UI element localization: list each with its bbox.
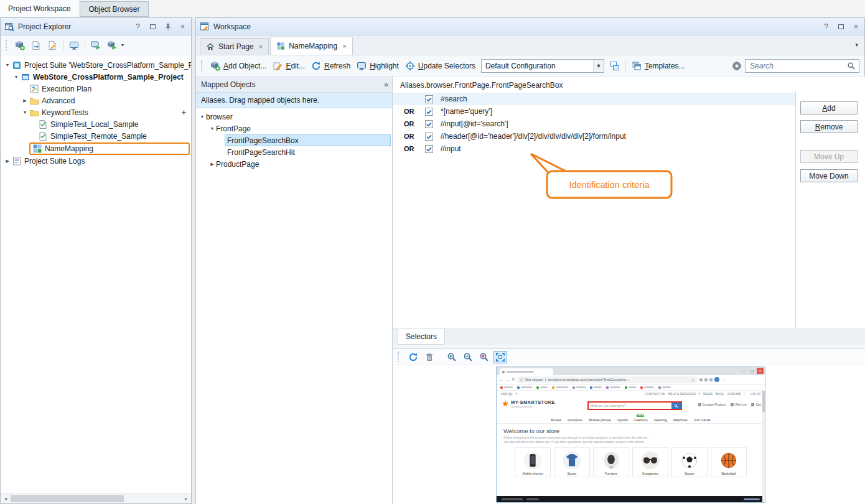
zoom-out-button[interactable] bbox=[461, 351, 475, 363]
maximize-icon[interactable] bbox=[148, 22, 157, 31]
alias-item-productpage[interactable]: ▶ ProductPage bbox=[196, 158, 392, 170]
category-card: Basketball bbox=[711, 447, 747, 477]
collapse-arrow-icon[interactable]: ▶ bbox=[21, 98, 29, 103]
update-selectors-button[interactable]: Update Selectors bbox=[402, 59, 479, 73]
close-tab-icon[interactable]: × bbox=[259, 43, 263, 50]
move-down-button[interactable]: Move Down bbox=[800, 169, 858, 182]
move-up-button[interactable]: Move Up bbox=[800, 150, 858, 163]
close-icon[interactable]: × bbox=[178, 22, 187, 31]
scroll-right-icon[interactable]: ▸ bbox=[181, 494, 191, 503]
close-icon[interactable]: × bbox=[851, 22, 861, 31]
aliases-drop-bar[interactable]: Aliases. Drag mapped objects here. bbox=[196, 93, 392, 108]
zoom-in-button[interactable] bbox=[445, 351, 459, 363]
selector-value[interactable]: #search bbox=[441, 95, 467, 103]
help-icon[interactable]: ? bbox=[133, 22, 143, 31]
expand-arrow-icon[interactable]: ▼ bbox=[3, 63, 12, 67]
add-keyword-test-icon[interactable]: + bbox=[181, 108, 186, 117]
nav-fashion: SALEFashion bbox=[634, 418, 647, 422]
store-logo-icon bbox=[502, 400, 509, 408]
tree-item-project[interactable]: ▼ WebStore_CrossPlatform_Sample_Project bbox=[1, 71, 191, 83]
fit-to-window-button[interactable] bbox=[493, 351, 507, 363]
highlight-button[interactable]: Highlight bbox=[353, 59, 402, 73]
selector-row[interactable]: #search bbox=[393, 93, 795, 105]
close-tab-icon[interactable]: × bbox=[342, 42, 346, 50]
add-existing-item-button[interactable] bbox=[28, 39, 44, 52]
selector-row[interactable]: OR //input[@id='search'] bbox=[393, 118, 795, 130]
settings-gear-icon[interactable] bbox=[729, 59, 745, 73]
help-icon[interactable]: ? bbox=[821, 22, 831, 31]
selector-checkbox[interactable] bbox=[425, 120, 433, 128]
run-test-button[interactable] bbox=[88, 39, 104, 52]
selector-checkbox[interactable] bbox=[425, 133, 433, 141]
selector-checkbox[interactable] bbox=[425, 145, 433, 153]
selector-value[interactable]: //input[@id='search'] bbox=[441, 119, 508, 128]
tab-object-browser[interactable]: Object Browser bbox=[80, 1, 148, 17]
add-object-button[interactable]: Add Object... bbox=[207, 59, 269, 73]
delete-image-button[interactable] bbox=[423, 351, 436, 363]
tree-item-project-suite[interactable]: ▼ Project Suite 'WebStore_CrossPlatform_… bbox=[1, 59, 191, 71]
scrollbar-thumb[interactable] bbox=[11, 495, 124, 502]
selector-value[interactable]: //input bbox=[441, 144, 461, 153]
store-utility-bar: USD ($)▾ CONTACT US HELP & SERVICES▾ NEW… bbox=[497, 391, 765, 396]
tab-list-chevron-icon[interactable]: ▾ bbox=[855, 42, 858, 48]
selector-value[interactable]: *[name='query'] bbox=[441, 107, 492, 116]
refresh-image-button[interactable] bbox=[406, 351, 420, 363]
tab-project-workspace[interactable]: Project Workspace bbox=[0, 0, 78, 17]
tree-item-advanced[interactable]: ▶ Advanced bbox=[1, 95, 191, 106]
tree-item-keywordtests[interactable]: ▼ KeywordTests + bbox=[1, 106, 191, 118]
logs-icon bbox=[12, 156, 22, 166]
expand-arrow-icon[interactable]: ▼ bbox=[12, 75, 21, 79]
selector-row[interactable]: OR //header[@id='header']/div[2]/div/div… bbox=[393, 130, 795, 142]
alias-item-frontpagesearchbox[interactable]: FrontPageSearchBox bbox=[196, 134, 392, 146]
tree-item-execution-plan[interactable]: Execution Plan bbox=[1, 83, 191, 95]
expand-arrow-icon[interactable]: ▼ bbox=[208, 126, 216, 131]
collapse-arrow-icon[interactable]: ▶ bbox=[208, 162, 216, 167]
show-object-browser-button[interactable] bbox=[66, 39, 82, 52]
alias-item-frontpage[interactable]: ▼ FrontPage bbox=[196, 123, 392, 134]
namemapping-highlight-box: NameMapping bbox=[29, 142, 190, 155]
configuration-select[interactable]: Default Configuration ▼ bbox=[481, 59, 604, 73]
run-project-button[interactable] bbox=[104, 39, 120, 52]
tree-item-simpletest-local[interactable]: SimpleTest_Local_Sample bbox=[1, 118, 191, 130]
search-box bbox=[745, 59, 859, 73]
remove-selector-button[interactable]: Remove bbox=[800, 120, 858, 133]
rename-item-button[interactable] bbox=[44, 39, 60, 52]
store-header: MY-SMARTSTORE Comp bbox=[497, 396, 765, 415]
edit-button[interactable]: Edit... bbox=[269, 59, 308, 73]
collapse-chevron-icon[interactable]: » bbox=[384, 80, 387, 89]
add-selector-button[interactable]: Add bbox=[800, 101, 858, 114]
refresh-button[interactable]: Refresh bbox=[308, 59, 353, 73]
object-preview-image[interactable]: ─ ▢ × ←→↻ ⓘ Not secure | services.smartb… bbox=[497, 367, 765, 502]
tree-item-project-suite-logs[interactable]: ▶ Project Suite Logs bbox=[1, 155, 191, 167]
selector-row[interactable]: OR *[name='query'] bbox=[393, 105, 795, 118]
scroll-left-icon[interactable]: ◂ bbox=[1, 494, 11, 503]
tab-start-page[interactable]: Start Page × bbox=[200, 38, 269, 55]
search-input[interactable] bbox=[750, 62, 847, 70]
zoom-reset-button[interactable] bbox=[477, 351, 491, 363]
tab-selectors[interactable]: Selectors bbox=[398, 329, 445, 345]
tree-item-simpletest-remote[interactable]: SimpleTest_Remote_Sample bbox=[1, 130, 191, 142]
run-options-chevron-icon[interactable]: ▾ bbox=[121, 42, 124, 48]
pin-icon[interactable] bbox=[163, 22, 172, 31]
maximize-icon[interactable] bbox=[836, 22, 846, 31]
expand-arrow-icon[interactable]: ▼ bbox=[199, 114, 206, 119]
chevron-down-icon[interactable]: ▼ bbox=[593, 60, 604, 72]
alias-item-browser[interactable]: ▼ browser bbox=[196, 111, 392, 123]
templates-button[interactable]: Templates... bbox=[629, 59, 688, 73]
alias-item-frontpagesearchhit[interactable]: FrontPageSearchHit bbox=[196, 146, 392, 158]
selector-checkbox[interactable] bbox=[425, 108, 433, 116]
collapse-arrow-icon[interactable]: ▶ bbox=[3, 159, 12, 164]
selector-checkbox[interactable] bbox=[425, 95, 433, 103]
toolbar-grip[interactable] bbox=[201, 60, 203, 71]
toolbar-grip[interactable] bbox=[6, 40, 7, 50]
sync-configurations-button[interactable] bbox=[607, 59, 623, 73]
tree-item-namemapping[interactable]: NameMapping bbox=[1, 142, 191, 155]
tab-namemapping[interactable]: NameMapping × bbox=[270, 37, 352, 55]
expand-arrow-icon[interactable]: ▼ bbox=[21, 110, 29, 114]
add-item-button[interactable] bbox=[12, 39, 28, 52]
selector-value[interactable]: //header[@id='header']/div[2]/div/div/di… bbox=[441, 132, 626, 141]
search-icon[interactable] bbox=[847, 62, 856, 70]
project-tree: ▼ Project Suite 'WebStore_CrossPlatform_… bbox=[1, 55, 191, 493]
horizontal-scrollbar[interactable]: ◂ ▸ bbox=[1, 493, 191, 503]
toolbar-grip[interactable] bbox=[398, 352, 400, 362]
